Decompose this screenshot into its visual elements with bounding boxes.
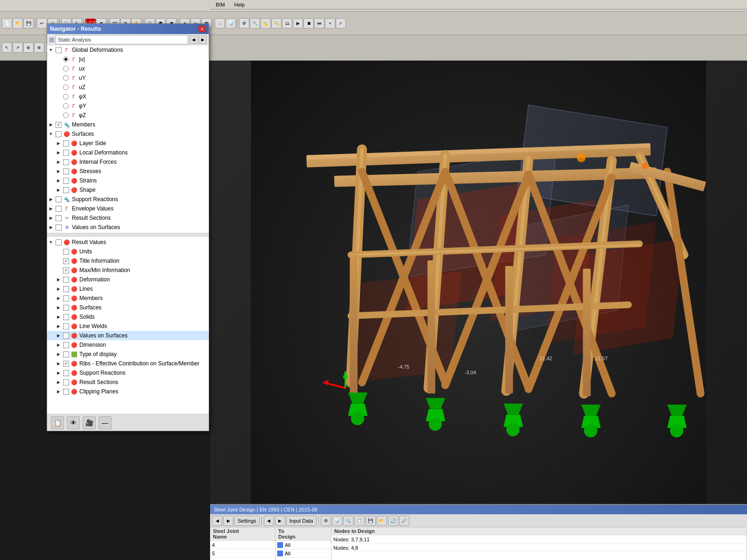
cb-stresses[interactable] [63, 168, 69, 175]
tree-stresses[interactable]: ▶ 🔴 Stresses [47, 167, 209, 176]
expand-envelope[interactable]: ▶ [47, 205, 55, 212]
tree-support-reactions-1[interactable]: ▶ 🔩 Support Reactions [47, 195, 209, 204]
cb-type-display[interactable] [63, 351, 69, 357]
navigator-close-btn[interactable]: × [198, 26, 206, 32]
cb-solids[interactable] [63, 314, 69, 320]
analysis-type-dropdown[interactable]: Static Analysis [56, 35, 188, 44]
tb-save-btn[interactable]: 💾 [23, 18, 34, 28]
tree-lines[interactable]: ▶ 🔴 Lines [47, 284, 209, 294]
cb-ribs[interactable] [63, 361, 69, 367]
tree-members-top[interactable]: ▶ 🔩 Members [47, 120, 209, 129]
tb-extra4[interactable]: 📏 [271, 18, 282, 28]
cb-line-welds[interactable] [63, 323, 69, 329]
bp-tb-btn3[interactable]: ◀ [264, 516, 274, 526]
bp-tb-icon8[interactable]: 🔎 [399, 516, 409, 526]
tree-values-on-surf-1[interactable]: ▶ ✕ Values on Surfaces [47, 223, 209, 232]
tree-deformation[interactable]: ▶ 🔴 Deformation [47, 275, 209, 284]
menu-help[interactable]: Help [233, 1, 247, 8]
tb-undo-btn[interactable]: ↩ [37, 18, 47, 28]
radio-phiz[interactable] [63, 112, 69, 118]
expand-lines[interactable]: ▶ [55, 285, 62, 293]
radio-u-abs[interactable] [63, 56, 69, 62]
nav-print-btn[interactable]: 📋 [51, 416, 64, 429]
cb-lines[interactable] [63, 286, 69, 292]
tb2-2[interactable]: ↗ [13, 42, 23, 53]
cb-support-react-1[interactable] [56, 196, 62, 203]
cb-values-surf-rv[interactable] [63, 333, 69, 339]
tree-layer-side[interactable]: ▶ 🔴 Layer Side [47, 139, 209, 148]
expand-ribs[interactable]: ▶ [55, 360, 62, 367]
tb-extra1[interactable]: ⚙ [239, 18, 249, 28]
expand-layer-side[interactable]: ▶ [55, 140, 62, 147]
tree-strains[interactable]: ▶ 🔴 Strains [47, 176, 209, 185]
expand-strains[interactable]: ▶ [55, 177, 62, 184]
tree-members-rv[interactable]: ▶ 🔴 Members [47, 294, 209, 303]
cb-clipping[interactable] [63, 389, 69, 395]
tree-dimension[interactable]: ▶ 🔴 Dimension [47, 340, 209, 350]
cb-support-react-rv[interactable] [63, 370, 69, 376]
expand-solids[interactable]: ▶ [55, 313, 62, 321]
radio-uz[interactable] [63, 84, 69, 90]
tree-type-display[interactable]: ▶ 🟩 Type of display [47, 350, 209, 359]
expand-surfaces-rv[interactable]: ▶ [55, 304, 62, 311]
tree-global-deformations[interactable]: ▼ Γ Global Deformations [47, 45, 209, 55]
bp-row-5[interactable]: 5 [210, 549, 275, 558]
expand-clipping[interactable]: ▶ [55, 388, 62, 395]
tree-title-info[interactable]: 🔴 Title Information [47, 256, 209, 266]
nav-next-btn[interactable]: ▶ [198, 35, 207, 44]
cb-internal-forces[interactable] [63, 159, 69, 165]
cb-global-def[interactable] [56, 47, 62, 53]
bp-tb-btn1[interactable]: ◀ [212, 516, 222, 526]
cb-layer-side[interactable] [63, 140, 69, 147]
tb-extra10[interactable]: ✓ [336, 18, 346, 28]
tree-envelope-values[interactable]: ▶ Γ Envelope Values [47, 204, 209, 213]
tree-shape[interactable]: ▶ 🔴 Shape [47, 185, 209, 195]
tb-result-btn[interactable]: 📊 [226, 18, 236, 28]
bp-tb-icon3[interactable]: 🔍 [343, 516, 353, 526]
tree-phiy[interactable]: Γ φY [47, 101, 209, 111]
cb-values-surf-1[interactable] [56, 224, 62, 231]
tree-result-values[interactable]: ▼ 🔴 Result Values [47, 238, 209, 247]
tree-surfaces[interactable]: ▼ 🔴 Surfaces [47, 129, 209, 139]
expand-stresses[interactable]: ▶ [55, 168, 62, 175]
expand-local-deform[interactable]: ▶ [55, 149, 62, 156]
tree-line-welds[interactable]: ▶ 🔴 Line Welds [47, 322, 209, 331]
tree-phiz[interactable]: Γ φZ [47, 111, 209, 120]
bp-checkbox-4[interactable] [277, 542, 283, 548]
cb-surfaces-rv[interactable] [63, 305, 69, 311]
tree-uz[interactable]: Γ uZ [47, 83, 209, 92]
tb-open-btn[interactable]: 📂 [13, 18, 23, 28]
expand-result-sect-rv[interactable]: ▶ [55, 378, 62, 386]
expand-global-def[interactable]: ▼ [47, 46, 55, 54]
tb2-4[interactable]: ⊗ [34, 42, 44, 53]
bp-input-data-btn[interactable]: Input Data [286, 516, 317, 526]
tb2-3[interactable]: ⊕ [23, 42, 34, 53]
tree-support-react-rv[interactable]: ▶ 🔴 Support Reactions [47, 368, 209, 378]
tree-surfaces-rv[interactable]: ▶ 🔴 Surfaces [47, 303, 209, 312]
cb-result-values[interactable] [56, 239, 62, 245]
cb-maxmin-info[interactable] [63, 267, 69, 273]
tree-clipping-planes[interactable]: ▶ 🔴 Clipping Planes [47, 387, 209, 396]
radio-ux[interactable] [63, 66, 69, 71]
tree-result-sections-1[interactable]: ▶ ✂ Result Sections [47, 213, 209, 223]
tb-extra3[interactable]: 📐 [261, 18, 271, 28]
cb-surfaces[interactable] [56, 131, 62, 137]
tb2-1[interactable]: ↖ [2, 42, 12, 53]
bp-nodes-row-5[interactable]: Nodes: 4,8 [331, 544, 747, 552]
cb-result-sect-rv[interactable] [63, 379, 69, 385]
tree-ribs-effective[interactable]: ▶ 🔴 Ribs - Effective Contribution on Sur… [47, 359, 209, 368]
radio-phix[interactable] [63, 94, 69, 99]
bp-tb-btn2[interactable]: ▶ [223, 516, 233, 526]
cb-deformation[interactable] [63, 277, 69, 283]
expand-members[interactable]: ▶ [47, 121, 55, 128]
tree-solids[interactable]: ▶ 🔴 Solids [47, 312, 209, 322]
expand-result-values[interactable]: ▼ [47, 238, 55, 246]
bp-to-design-row-4[interactable]: All [275, 541, 331, 549]
bp-tb-btn4[interactable]: ▶ [275, 516, 285, 526]
cb-shape[interactable] [63, 187, 69, 193]
cb-dimension[interactable] [63, 342, 69, 348]
cb-envelope[interactable] [56, 206, 62, 212]
expand-deformation[interactable]: ▶ [55, 276, 62, 283]
bp-tb-icon1[interactable]: ⚙ [321, 516, 331, 526]
tree-values-on-surf-rv[interactable]: ▶ 🔴 Values on Surfaces [47, 331, 209, 340]
